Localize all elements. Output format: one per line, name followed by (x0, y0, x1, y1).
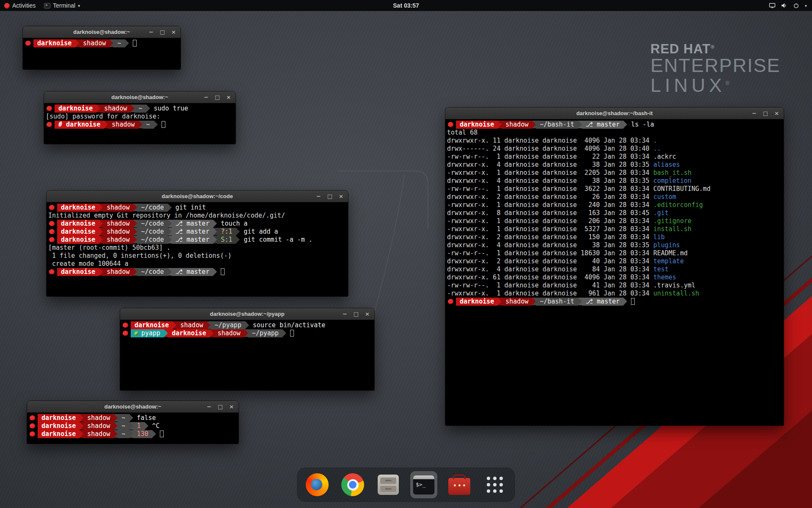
powerline-arrow-icon (623, 298, 627, 305)
terminal-line: 1 file changed, 0 insertions(+), 0 delet… (48, 252, 347, 260)
app-menu-terminal[interactable]: Terminal ▾ (40, 0, 84, 11)
terminal-line: darknoiseshadow~ (25, 39, 180, 47)
window-controls: −□× (316, 190, 348, 202)
prompt-segment-path: ~ (113, 39, 125, 47)
window-maximize-button[interactable]: □ (218, 401, 223, 413)
window-controls: −□× (752, 108, 784, 119)
prompt-segment-host: shadow (103, 204, 133, 212)
window-titlebar[interactable]: darknoise@shadow:~/bash-it−□× (445, 108, 784, 119)
terminal-window: darknoise@shadow:~/code−□×darknoiseshado… (47, 190, 348, 296)
window-titlebar[interactable]: darknoise@shadow:~−□× (44, 91, 236, 103)
powerline-arrow-icon (110, 39, 113, 47)
chevron-down-icon: ▾ (805, 3, 807, 8)
powerline-arrow-icon (168, 228, 172, 235)
terminal-line: drwxrwxr-x. 61 darknoise darknoise 4096 … (447, 273, 783, 282)
dock-item-firefox[interactable] (304, 471, 331, 498)
terminal-body[interactable]: darknoiseshadow~falsedarknoiseshadow~1^C… (27, 413, 239, 444)
powerline-arrow-icon (213, 236, 217, 243)
output-text: -rw-rw-r--. 1 darknoise darknoise 18630 … (447, 249, 653, 257)
window-close-button[interactable]: × (365, 308, 370, 320)
window-close-button[interactable]: × (229, 401, 234, 413)
activities-button[interactable]: Activities (0, 0, 40, 11)
output-text: drwxrwxr-x. 2 darknoise darknoise 150 Ja… (447, 233, 653, 241)
powerline-arrow-icon (114, 422, 118, 430)
powerline-arrow-icon (164, 329, 168, 337)
prompt-segment-user: darknoise (456, 298, 498, 306)
powerline-arrow-icon (133, 228, 137, 235)
output-text: .gitignore (653, 217, 691, 225)
redhat-icon (30, 423, 35, 428)
window-titlebar[interactable]: darknoise@shadow:~−□× (27, 401, 239, 413)
output-text: 1 file changed, 0 insertions(+), 0 delet… (48, 252, 231, 260)
window-maximize-button[interactable]: □ (215, 91, 220, 103)
dock-item-toolbox[interactable] (446, 471, 473, 498)
terminal-cursor (631, 298, 635, 305)
powerline-arrow-icon (145, 422, 148, 430)
terminal-line: -rwxrwxr-x. 1 darknoise darknoise 961 Ja… (447, 290, 783, 298)
window-minimize-button[interactable]: − (752, 108, 757, 119)
output-text: lib (653, 233, 665, 241)
window-titlebar[interactable]: darknoise@shadow:~/code−□× (47, 190, 348, 202)
window-title: darknoise@shadow:~/pyapp (120, 311, 374, 317)
window-minimize-button[interactable]: − (316, 190, 321, 202)
prompt-segment-staged: S:1 (217, 236, 236, 244)
redhat-icon (47, 106, 52, 111)
files-icon (378, 475, 399, 495)
terminal-window: darknoise@shadow:~−□×darknoiseshadow~ (23, 26, 181, 69)
terminal-body[interactable]: darknoiseshadow~sudo true[sudo] password… (44, 103, 236, 144)
output-text: drwxrwxr-x. 4 darknoise darknoise 84 Jan… (447, 265, 653, 273)
prompt-segment-untracked: ?:1 (217, 228, 236, 236)
prompt-segment-venv: pyapp (131, 329, 164, 337)
window-maximize-button[interactable]: □ (763, 108, 768, 119)
output-text: .editorconfig (653, 201, 703, 209)
window-close-button[interactable]: × (774, 108, 779, 119)
terminal-line: pyappdarknoiseshadow~/pyapp (122, 329, 373, 337)
dock-item-chrome[interactable] (339, 471, 366, 498)
window-maximize-button[interactable]: □ (354, 308, 359, 320)
clock[interactable]: Sat 03:57 (393, 0, 419, 11)
dock-item-files[interactable] (375, 471, 402, 498)
prompt-segment-host: shadow (103, 236, 133, 244)
window-minimize-button[interactable]: − (343, 308, 347, 320)
window-minimize-button[interactable]: − (207, 401, 211, 413)
window-controls: −□× (149, 26, 181, 38)
window-minimize-button[interactable]: − (204, 91, 208, 103)
terminal-line: total 68 (447, 129, 783, 137)
terminal-body[interactable]: darknoiseshadow~ (23, 38, 181, 69)
terminal-line: darknoiseshadow~/bash-it⎇ masterls -la (447, 121, 783, 129)
window-maximize-button[interactable]: □ (160, 26, 165, 38)
dock-item-app-grid[interactable] (481, 471, 508, 498)
powerline-arrow-icon (80, 422, 83, 430)
dock-item-terminal[interactable]: $>_ (410, 471, 437, 498)
window-titlebar[interactable]: darknoise@shadow:~/pyapp−□× (120, 308, 374, 320)
powerline-arrow-icon (104, 121, 108, 128)
powerline-arrow-icon (578, 298, 582, 305)
redhat-icon (25, 41, 31, 46)
terminal-body[interactable]: darknoiseshadow~/bash-it⎇ masterls -lato… (445, 119, 784, 425)
window-title: darknoise@shadow:~/code (47, 193, 348, 199)
powerline-arrow-icon (133, 220, 137, 227)
prompt-segment-git: ⎇ master (172, 268, 214, 276)
terminal-line: -rw-rw-r--. 1 darknoise darknoise 41 Jan… (447, 282, 783, 290)
window-close-button[interactable]: × (339, 190, 343, 202)
terminal-line: drwxrwxr-x. 4 darknoise darknoise 38 Jan… (447, 161, 783, 169)
terminal-window: darknoise@shadow:~−□×darknoiseshadow~sud… (44, 91, 236, 144)
output-text: -rw-rw-r--. 1 darknoise darknoise 3622 J… (447, 185, 653, 193)
terminal-line: darknoiseshadow~false (29, 414, 238, 422)
window-close-button[interactable]: × (171, 26, 176, 38)
terminal-cursor (160, 431, 164, 437)
system-status-area[interactable]: ▾ (769, 0, 812, 11)
window-close-button[interactable]: × (226, 91, 231, 103)
window-maximize-button[interactable]: □ (327, 190, 332, 202)
output-text: [sudo] password for darknoise: (46, 113, 164, 120)
powerline-arrow-icon (152, 430, 156, 438)
window-titlebar[interactable]: darknoise@shadow:~−□× (23, 26, 181, 38)
output-text: . (653, 137, 657, 144)
window-minimize-button[interactable]: − (149, 26, 154, 38)
prompt-segment-path: ~/pyapp (211, 321, 245, 329)
terminal-body[interactable]: darknoiseshadow~/codegit initInitialized… (47, 202, 348, 296)
terminal-window: darknoise@shadow:~−□×darknoiseshadow~fal… (27, 401, 239, 444)
terminal-body[interactable]: darknoiseshadow~/pyappsource bin/activat… (120, 320, 374, 390)
output-text: -rwxrwxr-x. 1 darknoise darknoise 5327 J… (447, 225, 653, 233)
prompt-segment-path: ~/code (137, 228, 167, 236)
